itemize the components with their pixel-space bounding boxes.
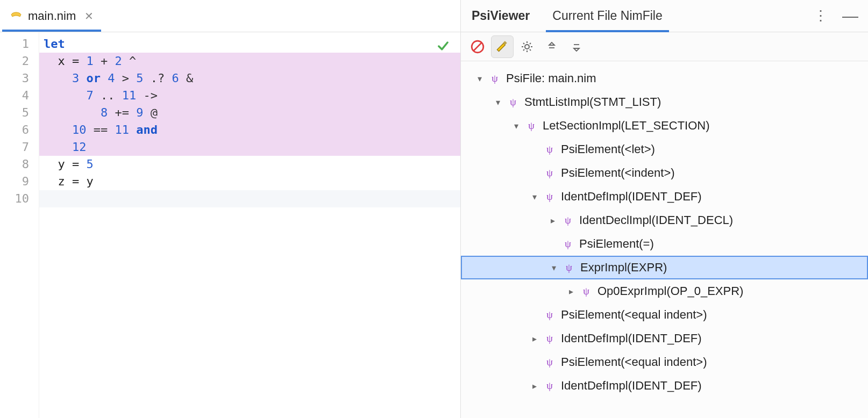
chevron-down-icon[interactable]: ▾ — [473, 74, 487, 84]
file-tab[interactable]: main.nim ✕ — [2, 0, 101, 32]
expand-all-button[interactable] — [565, 35, 588, 58]
tree-node-label: StmtListImpl(STMT_LIST) — [524, 95, 661, 109]
tree-node-label: Op0ExprImpl(OP_0_EXPR) — [597, 284, 743, 298]
tree-node-label: PsiElement(=) — [579, 237, 654, 251]
svg-text:ψ: ψ — [492, 73, 498, 84]
svg-line-10 — [523, 49, 524, 51]
line-number: 5 — [0, 104, 29, 121]
tree-row[interactable]: ▸ψPsiElement(=) — [461, 232, 868, 256]
svg-text:ψ: ψ — [528, 120, 535, 131]
code-line: 7 .. 11 -> — [39, 87, 460, 104]
psi-node-icon: ψ — [563, 262, 575, 273]
tree-node-label: IdentDeclImpl(IDENT_DECL) — [579, 213, 733, 227]
tree-row[interactable]: ▸ψPsiElement(<indent>) — [461, 161, 868, 185]
tree-node-label: IdentDefImpl(IDENT_DEF) — [561, 190, 702, 204]
svg-text:ψ: ψ — [546, 191, 553, 202]
svg-line-9 — [530, 49, 531, 51]
highlight-button[interactable] — [491, 35, 514, 58]
tree-row[interactable]: ▸ψPsiElement(<equal indent>) — [461, 350, 868, 374]
close-icon[interactable]: ✕ — [84, 10, 94, 23]
tree-row[interactable]: ▾ψExprImpl(EXPR) — [461, 256, 868, 279]
chevron-down-icon[interactable]: ▾ — [528, 192, 542, 202]
svg-text:ψ: ψ — [566, 262, 572, 273]
psi-node-icon: ψ — [562, 214, 574, 226]
psi-node-icon: ψ — [525, 120, 537, 132]
chevron-right-icon[interactable]: ▸ — [546, 215, 560, 226]
editor-pane: main.nim ✕ 1 2 3 4 5 6 7 8 9 10 let x = … — [0, 0, 461, 418]
psi-node-icon: ψ — [544, 167, 556, 179]
code-line: z = y — [39, 173, 460, 190]
code-line — [39, 190, 460, 207]
expand-icon — [570, 40, 583, 53]
svg-text:ψ: ψ — [565, 215, 571, 226]
svg-text:ψ: ψ — [583, 286, 589, 297]
code-line: 3 or 4 > 5 .? 6 & — [39, 70, 460, 87]
collapse-all-button[interactable] — [540, 35, 563, 58]
psi-node-icon: ψ — [544, 380, 556, 392]
stop-icon — [471, 40, 485, 54]
svg-text:ψ: ψ — [565, 239, 571, 249]
psi-viewer-pane: PsiViewer Current File NimFile ⋮ — — [461, 0, 868, 418]
line-number: 6 — [0, 121, 29, 139]
svg-point-3 — [525, 45, 529, 49]
chevron-right-icon[interactable]: ▸ — [528, 381, 542, 391]
collapse-icon — [545, 40, 558, 53]
editor-tab-bar: main.nim ✕ — [0, 0, 460, 32]
minimize-icon[interactable]: — — [842, 7, 858, 25]
chevron-right-icon[interactable]: ▸ — [564, 286, 578, 297]
side-tabs: PsiViewer Current File NimFile ⋮ — — [461, 0, 868, 32]
tree-node-label: ExprImpl(EXPR) — [580, 261, 667, 275]
chevron-down-icon[interactable]: ▾ — [547, 263, 561, 273]
svg-text:ψ: ψ — [546, 380, 553, 391]
file-tab-label: main.nim — [28, 9, 76, 23]
tab-current-file[interactable]: Current File NimFile — [551, 0, 663, 32]
side-menu: ⋮ — — [814, 7, 858, 25]
code-line: let — [39, 35, 460, 53]
tree-row[interactable]: ▾ψStmtListImpl(STMT_LIST) — [461, 90, 868, 114]
line-number: 3 — [0, 70, 29, 87]
psi-node-icon: ψ — [489, 73, 501, 84]
tree-row[interactable]: ▸ψIdentDefImpl(IDENT_DEF) — [461, 374, 868, 398]
chevron-down-icon[interactable]: ▾ — [509, 121, 523, 131]
psi-node-icon: ψ — [544, 356, 556, 368]
more-icon[interactable]: ⋮ — [814, 8, 828, 24]
tree-row[interactable]: ▸ψPsiElement(<equal indent>) — [461, 303, 868, 327]
tree-node-label: PsiElement(<indent>) — [561, 166, 675, 180]
chevron-right-icon[interactable]: ▸ — [528, 334, 542, 344]
tree-node-label: PsiElement(<let>) — [561, 142, 655, 156]
line-number: 8 — [0, 156, 29, 173]
psi-tree[interactable]: ▾ψPsiFile: main.nim▾ψStmtListImpl(STMT_L… — [461, 61, 868, 418]
tree-node-label: PsiElement(<equal indent>) — [561, 355, 707, 369]
code-area[interactable]: let x = 1 + 2 ^ 3 or 4 > 5 .? 6 & 7 .. 1… — [39, 32, 460, 418]
editor-body[interactable]: 1 2 3 4 5 6 7 8 9 10 let x = 1 + 2 ^ 3 o… — [0, 32, 460, 418]
tree-row[interactable]: ▾ψIdentDefImpl(IDENT_DEF) — [461, 185, 868, 208]
line-number: 7 — [0, 139, 29, 156]
code-line: 8 += 9 @ — [39, 104, 460, 121]
code-line: y = 5 — [39, 156, 460, 173]
line-number: 1 — [0, 35, 29, 53]
svg-text:ψ: ψ — [510, 97, 516, 107]
psi-toolbar — [461, 32, 868, 61]
svg-text:ψ: ψ — [546, 168, 553, 178]
svg-text:ψ: ψ — [546, 333, 553, 344]
gear-icon — [521, 40, 533, 53]
line-number: 4 — [0, 87, 29, 104]
svg-line-11 — [530, 43, 531, 44]
tab-psiviewer[interactable]: PsiViewer — [471, 0, 531, 32]
tree-row[interactable]: ▾ψPsiFile: main.nim — [461, 67, 868, 90]
code-line: 12 — [39, 139, 460, 156]
tree-row[interactable]: ▸ψIdentDeclImpl(IDENT_DECL) — [461, 208, 868, 232]
inspection-ok-icon[interactable] — [436, 39, 451, 54]
tree-row[interactable]: ▾ψLetSectionImpl(LET_SECTION) — [461, 114, 868, 138]
tree-node-label: PsiElement(<equal indent>) — [561, 308, 707, 322]
svg-line-1 — [473, 42, 481, 51]
psi-node-icon: ψ — [580, 285, 592, 297]
psi-node-icon: ψ — [544, 143, 556, 155]
tree-row[interactable]: ▸ψOp0ExprImpl(OP_0_EXPR) — [461, 279, 868, 303]
settings-button[interactable] — [516, 35, 538, 58]
chevron-down-icon[interactable]: ▾ — [491, 97, 505, 107]
tree-row[interactable]: ▸ψIdentDefImpl(IDENT_DEF) — [461, 327, 868, 350]
tree-row[interactable]: ▸ψPsiElement(<let>) — [461, 138, 868, 161]
stop-highlight-button[interactable] — [466, 35, 489, 58]
tree-node-label: PsiFile: main.nim — [506, 71, 596, 85]
